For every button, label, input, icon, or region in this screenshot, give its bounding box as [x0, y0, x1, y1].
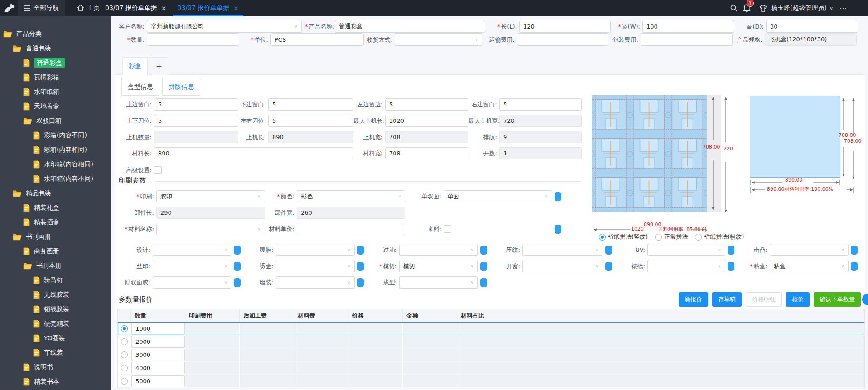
lamination-select[interactable]: ∨: [276, 244, 355, 256]
customer-name-select[interactable]: 常州新能源有限公司∨: [147, 20, 302, 33]
row-select-cell[interactable]: [118, 348, 131, 361]
left-margin-input[interactable]: 5: [385, 98, 468, 111]
home-button[interactable]: 主页: [77, 4, 100, 13]
sidebar-item-普通彩盒[interactable]: 普通彩盒: [0, 56, 111, 70]
uv-select[interactable]: ∨: [647, 244, 725, 256]
tab-quote-document-1[interactable]: 03/07 报价单单据 ×: [100, 0, 172, 16]
lr-knife-input[interactable]: 5: [268, 115, 353, 127]
nav-menu-toggle[interactable]: 全部导航: [18, 0, 65, 16]
row-radio[interactable]: [121, 351, 128, 358]
top-margin-input[interactable]: 5: [154, 98, 238, 111]
sidebar-item-彩箱(内容不同)[interactable]: 彩箱(内容不同): [0, 128, 111, 143]
emboss-select[interactable]: ∨: [770, 244, 849, 256]
sidebar-item-车线装[interactable]: 车线装: [0, 346, 111, 360]
sidebar-item-无线胶装[interactable]: 无线胶装: [0, 288, 111, 302]
new-quote-button[interactable]: 新报价: [679, 292, 708, 307]
color-select[interactable]: 彩色∨: [297, 190, 405, 202]
config-action-button[interactable]: [555, 192, 561, 201]
config-action-button[interactable]: [234, 246, 241, 255]
product-name-input[interactable]: 普通彩盒: [335, 20, 485, 33]
config-action-button[interactable]: [480, 262, 487, 271]
tb-knife-input[interactable]: 5: [154, 115, 238, 127]
table-row[interactable]: 4000: [118, 361, 864, 375]
config-action-button[interactable]: [234, 262, 241, 271]
sidebar-item-精品包装[interactable]: 精品包装: [0, 186, 111, 201]
texture-select[interactable]: ∨: [522, 244, 603, 256]
table-row[interactable]: 5000: [118, 375, 864, 388]
right-margin-input[interactable]: 5: [499, 98, 582, 111]
table-row[interactable]: 2000: [118, 335, 864, 348]
material-width-input[interactable]: 708: [385, 147, 468, 159]
width-input[interactable]: 100: [642, 20, 734, 33]
diecut-select[interactable]: 模切∨: [399, 260, 478, 272]
material-price-input[interactable]: [297, 223, 405, 235]
config-action-button[interactable]: [851, 246, 858, 255]
delivery-method-select[interactable]: ∨: [395, 33, 482, 46]
sides-select[interactable]: 单面∨: [444, 190, 552, 202]
varnish-select[interactable]: ∨: [399, 244, 478, 256]
quantity-cell[interactable]: 2000: [131, 336, 185, 348]
config-action-button[interactable]: [851, 262, 858, 271]
tab-box-info[interactable]: 盒型信息: [121, 78, 159, 96]
config-action-button[interactable]: [234, 278, 241, 287]
row-radio[interactable]: [121, 378, 128, 385]
confirm-order-qty-button[interactable]: 确认下单数量: [814, 292, 861, 307]
sidebar-item-YO圈装[interactable]: YO圈装: [0, 331, 111, 346]
sidebar-item-商务画册[interactable]: 商务画册: [0, 244, 111, 259]
sidebar-item-彩箱(内容相同)[interactable]: 彩箱(内容相同): [0, 143, 111, 157]
config-action-button[interactable]: [480, 278, 487, 287]
tab-quote-document-2[interactable]: 03/07 报价单单据 ×: [172, 0, 245, 16]
sidebar-item-精装礼盒[interactable]: 精装礼盒: [0, 201, 111, 215]
row-select-cell[interactable]: [118, 361, 131, 375]
tab-product-caihe[interactable]: 彩盒: [122, 57, 148, 75]
quantity-cell[interactable]: 1000: [131, 323, 185, 335]
gluebox-select[interactable]: 粘盒∨: [770, 260, 849, 272]
tab-imposition-info[interactable]: 拼版信息: [162, 78, 200, 96]
mounting-select[interactable]: ∨: [647, 260, 725, 272]
sidebar-item-天地盖盒[interactable]: 天地盖盒: [0, 99, 111, 114]
advanced-settings-checkbox[interactable]: [154, 166, 162, 174]
config-action-button[interactable]: [357, 278, 364, 287]
row-radio[interactable]: [121, 325, 128, 332]
config-action-button[interactable]: [357, 246, 364, 255]
height-input[interactable]: 30: [766, 20, 858, 33]
sidebar-item-产品分类[interactable]: 产品分类: [0, 27, 111, 41]
material-length-input[interactable]: 890: [154, 147, 353, 159]
config-action-button[interactable]: [728, 262, 734, 271]
more-menu-icon[interactable]: ⋯: [839, 4, 847, 13]
window-select[interactable]: ∨: [522, 260, 603, 272]
sidebar-item-书刊画册[interactable]: 书刊画册: [0, 230, 111, 244]
packing-fee-input[interactable]: [641, 33, 733, 46]
row-radio[interactable]: [121, 338, 128, 345]
quantity-cell[interactable]: 5000: [131, 375, 185, 387]
imposition-mode-radio-0[interactable]: 省纸拼法(竖纹): [599, 233, 648, 241]
save-draft-button[interactable]: 存草稿: [712, 292, 742, 307]
app-logo-icon[interactable]: [0, 0, 18, 16]
sidebar-item-精装书本[interactable]: 精装书本: [0, 375, 111, 389]
tape-select[interactable]: ∨: [153, 276, 231, 289]
sidebar-item-说明书[interactable]: 说明书: [0, 360, 111, 375]
config-action-button[interactable]: [357, 262, 364, 271]
imposition-mode-radio-2[interactable]: 省纸拼法(横纹): [695, 233, 744, 241]
search-icon[interactable]: [728, 0, 740, 16]
sidebar-item-骑马钉[interactable]: 骑马钉: [0, 273, 111, 288]
chevron-down-icon[interactable]: ∨: [829, 6, 833, 10]
close-icon[interactable]: ×: [233, 5, 239, 12]
user-name[interactable]: 杨玉峰(超级管理员): [771, 4, 827, 12]
assembly-select[interactable]: ∨: [276, 276, 355, 289]
row-radio[interactable]: [121, 365, 128, 371]
user-avatar-icon[interactable]: [757, 0, 769, 16]
table-row[interactable]: 1000: [118, 322, 864, 335]
quantity-cell[interactable]: 4000: [131, 362, 185, 374]
config-action-button[interactable]: [605, 246, 612, 255]
sidebar-item-锁线胶装[interactable]: 锁线胶装: [0, 302, 111, 317]
table-row[interactable]: 3000: [118, 348, 864, 361]
quantity-cell[interactable]: 3000: [131, 349, 185, 361]
sidebar-item-精装酒盒[interactable]: 精装酒盒: [0, 215, 111, 230]
sidebar-item-瓦楞彩箱[interactable]: 瓦楞彩箱: [0, 70, 111, 85]
bottom-margin-input[interactable]: 5: [268, 98, 353, 111]
print-method-select[interactable]: 胶印∨: [156, 190, 265, 202]
sidebar-item-普通包装[interactable]: 普通包装: [0, 41, 111, 56]
silkscreen-select[interactable]: ∨: [153, 260, 231, 272]
config-action-button[interactable]: [480, 246, 487, 255]
